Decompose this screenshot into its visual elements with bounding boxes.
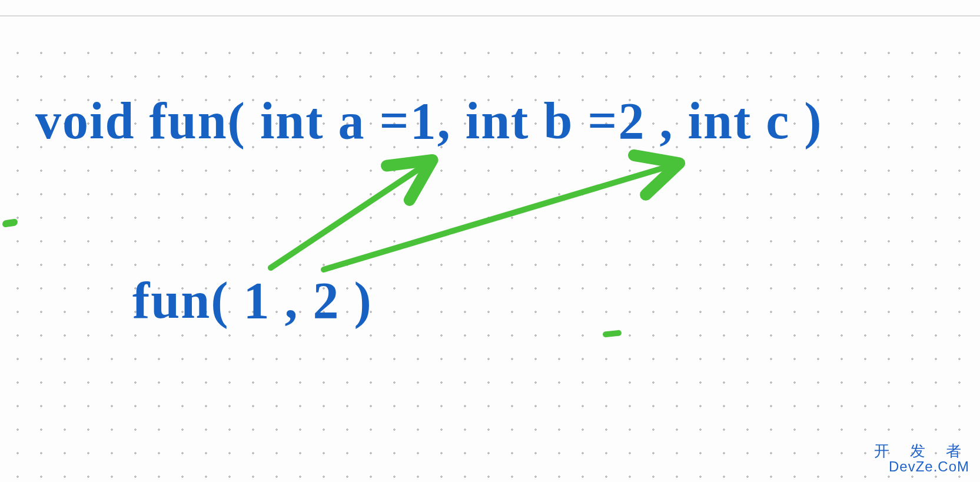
whiteboard-canvas: void fun( int a =1, int b =2 , int c ) f… — [0, 0, 980, 482]
watermark: 开 发 者 DevZe.CoM — [874, 443, 969, 474]
watermark-en: DevZe.CoM — [874, 459, 969, 474]
watermark-cn: 开 发 者 — [874, 443, 969, 459]
handwritten-call: fun( 1 , 2 ) — [132, 271, 373, 330]
handwritten-declaration: void fun( int a =1, int b =2 , int c ) — [35, 91, 823, 151]
top-divider — [0, 15, 980, 16]
